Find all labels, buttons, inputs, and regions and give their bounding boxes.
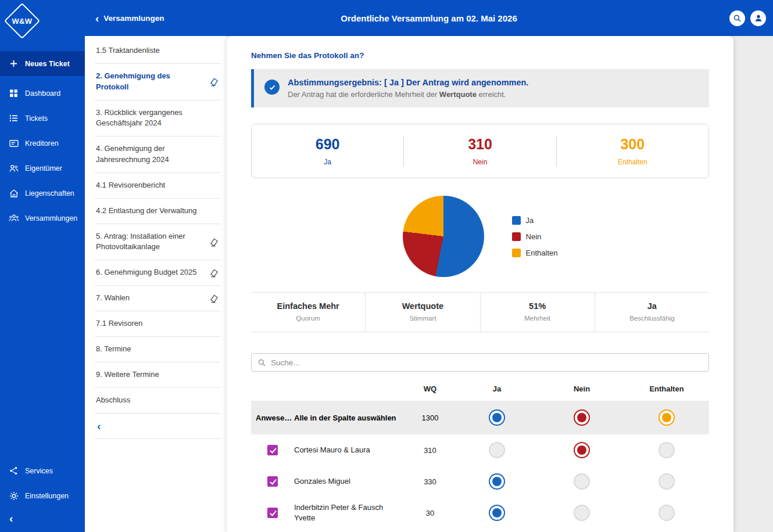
- agenda-item[interactable]: 7.1 Revisoren: [95, 311, 221, 337]
- user-avatar-button[interactable]: [750, 10, 766, 26]
- agenda-item-active[interactable]: 2. Genehmigung des Protokoll: [95, 64, 221, 100]
- select-all-enthalten-radio[interactable]: [659, 409, 675, 426]
- dashboard-grid-icon: [8, 88, 19, 99]
- agenda-item[interactable]: 6. Genehmigung Budget 2025: [95, 260, 221, 286]
- right-gutter: [733, 36, 773, 532]
- sidebar-item-label: Services: [25, 467, 53, 475]
- main-content: Nehmen Sie das Protokoll an? Abstimmungs…: [227, 36, 733, 532]
- vote-radio-nein[interactable]: [574, 505, 590, 521]
- group-icon: [8, 213, 19, 224]
- agenda-panel: 1.5 Traktandenliste 2. Genehmigung des P…: [85, 36, 227, 532]
- house-icon: [8, 188, 19, 199]
- agenda-item[interactable]: 9. Weitere Termine: [95, 362, 221, 388]
- check-circle-icon: [264, 80, 280, 95]
- sidebar-item-label: Versammlungen: [25, 214, 77, 222]
- wq-value: 30: [406, 509, 455, 517]
- list-icon: [8, 113, 19, 124]
- row-checkbox[interactable]: [267, 445, 278, 455]
- back-link[interactable]: ‹ Versammlungen: [95, 13, 164, 24]
- vote-radio-ja[interactable]: [489, 505, 505, 521]
- select-all-row: Anwese… Alle in der Spalte auswählen 130…: [251, 401, 709, 434]
- sidebar-collapse-button[interactable]: ‹: [0, 508, 85, 532]
- table-header-row: WQ Ja Nein Enthalten: [251, 376, 709, 401]
- owner-name: Cortesi Mauro & Laura: [294, 445, 406, 455]
- vote-radio-enthalten[interactable]: [659, 473, 675, 490]
- select-all-ja-radio[interactable]: [489, 409, 505, 426]
- col-header-nein: Nein: [539, 384, 624, 393]
- sidebar-item-label: Neues Ticket: [25, 60, 70, 68]
- agenda-item[interactable]: 1.5 Traktandenliste: [95, 38, 221, 64]
- total-enthalten: 300 Enthalten: [556, 136, 708, 166]
- vote-radio-enthalten[interactable]: [659, 442, 675, 458]
- search-button[interactable]: [729, 10, 745, 26]
- sidebar-item-label: Dashboard: [25, 89, 60, 98]
- agenda-item[interactable]: 3. Rückblick vergangenes Geschäftsjahr 2…: [95, 100, 221, 137]
- agenda-item[interactable]: 4. Genehmigung der Jahresrechnung 2024: [95, 136, 221, 173]
- pie-chart-section: Ja Nein Enthalten: [251, 196, 709, 277]
- agenda-item[interactable]: Abschluss: [95, 388, 221, 414]
- pie-chart: [403, 196, 484, 277]
- chevron-left-icon: ‹: [97, 420, 101, 432]
- agenda-item[interactable]: 8. Termine: [95, 337, 221, 362]
- col-header-wq: WQ: [406, 384, 455, 393]
- sidebar-item-label: Eigentümer: [25, 164, 62, 172]
- legend-entry-nein: Nein: [512, 232, 558, 241]
- legend-entry-enthalten: Enthalten: [512, 249, 558, 257]
- quorum-col: Einfaches Mehr Quorum: [251, 293, 365, 332]
- agenda-item[interactable]: 7. Wahlen: [95, 286, 221, 311]
- pie-legend: Ja Nein Enthalten: [512, 216, 558, 257]
- result-subtitle: Der Antrag hat die erforderliche Mehrhei…: [288, 90, 528, 99]
- row-checkbox[interactable]: [267, 476, 278, 487]
- sidebar-item-liegenschaften[interactable]: Liegenschaften: [0, 181, 85, 206]
- legend-swatch: [512, 216, 521, 225]
- people-icon: [8, 163, 19, 174]
- chevron-left-icon: ‹: [95, 13, 99, 24]
- vote-radio-nein[interactable]: [574, 473, 590, 490]
- vote-radio-ja[interactable]: [489, 473, 505, 490]
- agenda-collapse-button[interactable]: ‹: [95, 414, 221, 439]
- sidebar-item-neues-ticket[interactable]: Neues Ticket: [0, 51, 85, 76]
- sidebar-item-dashboard[interactable]: Dashboard: [0, 81, 85, 106]
- sidebar: W&W Neues Ticket Dashboard Tickets: [0, 0, 85, 532]
- app-root: W&W Neues Ticket Dashboard Tickets: [0, 0, 773, 532]
- vote-radio-ja[interactable]: [489, 442, 505, 458]
- invoice-card-icon: [8, 138, 19, 149]
- select-all-label: Alle in der Spalte auswählen: [294, 414, 406, 422]
- wq-total: 1300: [406, 414, 455, 422]
- quorum-col: 51% Mehrheit: [480, 293, 595, 332]
- vote-radio-enthalten[interactable]: [659, 505, 675, 521]
- logo-area: W&W: [0, 0, 85, 51]
- user-avatar-icon: [754, 13, 763, 23]
- ww-logo: W&W: [4, 3, 40, 39]
- col-header-enthalten: Enthalten: [624, 384, 709, 393]
- search-icon: [257, 358, 266, 367]
- vote-stamp-icon: [209, 293, 220, 304]
- quorum-strip: Einfaches Mehr Quorum Wertquote Stimmart…: [251, 292, 709, 332]
- vote-radio-nein[interactable]: [574, 442, 590, 458]
- search-input[interactable]: [271, 358, 703, 367]
- result-banner-text: Abstimmungsergebnis: [ Ja ] Der Antrag w…: [288, 78, 528, 99]
- vote-stamp-icon: [209, 236, 220, 247]
- select-all-nein-radio[interactable]: [574, 409, 590, 426]
- quorum-col: Ja Beschlussfähig: [595, 293, 709, 332]
- sidebar-item-eigentuemer[interactable]: Eigentümer: [0, 156, 85, 181]
- agenda-item[interactable]: 4.2 Entlastung der Verwaltung: [95, 199, 221, 224]
- presence-column-label: Anwese…: [251, 414, 294, 422]
- owner-name: Inderbitzin Peter & Fausch Yvette: [294, 502, 406, 523]
- agenda-item[interactable]: 5. Antrag: Installation einer Photovolta…: [95, 224, 221, 261]
- agenda-item[interactable]: 4.1 Revisorenbericht: [95, 173, 221, 199]
- sidebar-item-label: Liegenschaften: [25, 189, 74, 197]
- table-row: Gonzales Miguel 330: [251, 466, 709, 497]
- vote-totals-card: 690 Ja 310 Nein 300 Enthalten: [251, 124, 709, 178]
- sidebar-item-kreditoren[interactable]: Kreditoren: [0, 131, 85, 156]
- owner-name: Gonzales Miguel: [294, 476, 406, 487]
- row-checkbox[interactable]: [267, 508, 278, 518]
- legend-swatch: [512, 232, 521, 241]
- sidebar-item-einstellungen[interactable]: Einstellungen: [0, 483, 85, 508]
- sidebar-item-services[interactable]: Services: [0, 458, 85, 483]
- sidebar-item-versammlungen[interactable]: Versammlungen: [0, 206, 85, 231]
- wq-value: 330: [406, 477, 455, 486]
- share-icon: [8, 465, 19, 476]
- chevron-left-icon: ‹: [9, 512, 13, 524]
- sidebar-item-tickets[interactable]: Tickets: [0, 106, 85, 131]
